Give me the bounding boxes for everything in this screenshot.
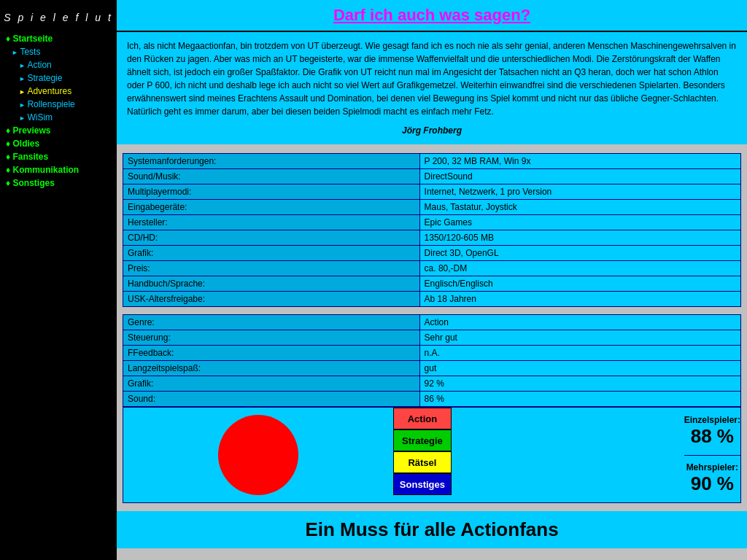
sidebar-item-kommunikation[interactable]: Kommunikation xyxy=(0,163,117,176)
spec-value: Direct 3D, OpenGL xyxy=(419,246,740,261)
sidebar-item-strategie[interactable]: Strategie xyxy=(0,71,117,85)
rating-table: Genre:ActionSteuerung:Sehr gutFFeedback:… xyxy=(123,314,741,407)
spec-label: Handbuch/Sprache: xyxy=(123,276,420,292)
table-row: Handbuch/Sprache:Englisch/Englisch xyxy=(123,276,741,292)
spec-value: ca. 80,-DM xyxy=(419,261,740,276)
spec-label: Hersteller: xyxy=(123,215,420,230)
mehrspieler-label: Mehrspieler: xyxy=(686,462,738,472)
scores-panel: Einzelspieler: 88 % Mehrspieler: 90 % xyxy=(684,408,740,502)
rating-value: Action xyxy=(419,315,740,330)
rating-value: 92 % xyxy=(419,376,740,392)
table-row: CD/HD:1350/120-605 MB xyxy=(123,230,741,246)
spec-label: Systemanforderungen: xyxy=(123,154,420,169)
sidebar-item-startseite[interactable]: Startseite xyxy=(0,32,117,45)
spec-label: Grafik: xyxy=(123,246,420,261)
einzelspieler-block: Einzelspieler: 88 % xyxy=(684,408,740,456)
sidebar-item-adventures[interactable]: Adventures xyxy=(0,85,117,98)
table-row: Eingabegeräte:Maus, Tastatur, Joystick xyxy=(123,200,741,215)
specs-table: Systemanforderungen:P 200, 32 MB RAM, Wi… xyxy=(123,153,741,307)
rating-label: Langzeitspielspaß: xyxy=(123,361,420,376)
sidebar-item-action[interactable]: Action xyxy=(0,58,117,71)
site-title: S p i e l e f l u t xyxy=(0,6,117,32)
bottom-section: Action Strategie Rätsel Sonstiges Einzel… xyxy=(123,407,741,503)
table-row: USK-Altersfreigabe:Ab 18 Jahren xyxy=(123,292,741,307)
specs-spacer xyxy=(123,307,741,314)
table-row: Langzeitspielspaß:gut xyxy=(123,361,741,376)
sidebar-item-oldies[interactable]: Oldies xyxy=(0,137,117,150)
table-row: Systemanforderungen:P 200, 32 MB RAM, Wi… xyxy=(123,154,741,169)
spec-label: CD/HD: xyxy=(123,230,420,246)
table-row: Grafik:92 % xyxy=(123,376,741,392)
spec-value: Maus, Tastatur, Joystick xyxy=(419,200,740,215)
table-row: FFeedback:n.A. xyxy=(123,346,741,361)
sidebar-item-previews[interactable]: Previews xyxy=(0,124,117,137)
sidebar-item-wisim[interactable]: WiSim xyxy=(0,111,117,124)
sidebar-item-fansites[interactable]: Fansites xyxy=(0,150,117,163)
rating-label: Sound: xyxy=(123,392,420,407)
badge-sonstiges: Sonstiges xyxy=(393,473,452,495)
badge-row-raetsel: Rätsel xyxy=(393,451,684,473)
sidebar-item-rollenspiele[interactable]: Rollenspiele xyxy=(0,98,117,111)
table-row: Preis:ca. 80,-DM xyxy=(123,261,741,276)
rating-label: Steuerung: xyxy=(123,330,420,346)
spec-label: Sound/Musik: xyxy=(123,169,420,184)
badge-row-sonstiges: Sonstiges xyxy=(393,473,684,495)
table-row: Sound/Musik:DirectSound xyxy=(123,169,741,184)
table-row: Genre:Action xyxy=(123,315,741,330)
circle-area xyxy=(123,408,393,502)
spec-value: Ab 18 Jahren xyxy=(419,292,740,307)
rating-label: Grafik: xyxy=(123,376,420,392)
badge-row-action: Action xyxy=(393,408,684,429)
spec-label: USK-Altersfreigabe: xyxy=(123,292,420,307)
rating-value: 86 % xyxy=(419,392,740,407)
review-title: Darf ich auch was sagen? xyxy=(123,6,741,25)
badge-action: Action xyxy=(393,408,452,429)
spec-value: Epic Games xyxy=(419,215,740,230)
table-row: Multiplayermodi:Internet, Netzwerk, 1 pr… xyxy=(123,184,741,200)
badge-row-strategie: Strategie xyxy=(393,429,684,451)
table-row: Steuerung:Sehr gut xyxy=(123,330,741,346)
review-body: Ich, als nicht Megaactionfan, bin trotzd… xyxy=(127,39,737,118)
spec-label: Preis: xyxy=(123,261,420,276)
rating-label: Genre: xyxy=(123,315,420,330)
footer-headline: Ein Muss für alle Actionfans xyxy=(117,509,747,548)
table-row: Hersteller:Epic Games xyxy=(123,215,741,230)
score-circle xyxy=(218,415,298,495)
badges-area: Action Strategie Rätsel Sonstiges xyxy=(393,408,684,502)
spec-value: P 200, 32 MB RAM, Win 9x xyxy=(419,154,740,169)
badge-raetsel: Rätsel xyxy=(393,451,452,473)
review-author: Jörg Frohberg xyxy=(127,124,737,137)
rating-value: Sehr gut xyxy=(419,330,740,346)
spec-value: Internet, Netzwerk, 1 pro Version xyxy=(419,184,740,200)
sidebar: S p i e l e f l u t Startseite Tests Act… xyxy=(0,0,117,560)
einzelspieler-value: 88 % xyxy=(691,425,734,448)
table-row: Grafik:Direct 3D, OpenGL xyxy=(123,246,741,261)
rating-value: n.A. xyxy=(419,346,740,361)
spec-label: Multiplayermodi: xyxy=(123,184,420,200)
sidebar-item-sonstiges[interactable]: Sonstiges xyxy=(0,176,117,190)
spec-value: DirectSound xyxy=(419,169,740,184)
spec-value: Englisch/Englisch xyxy=(419,276,740,292)
mehrspieler-block: Mehrspieler: 90 % xyxy=(684,456,740,503)
review-text-block: Ich, als nicht Megaactionfan, bin trotzd… xyxy=(117,32,747,147)
mehrspieler-value: 90 % xyxy=(691,472,734,495)
review-header: Darf ich auch was sagen? xyxy=(117,0,747,32)
sidebar-item-tests[interactable]: Tests xyxy=(0,45,117,58)
table-row: Sound:86 % xyxy=(123,392,741,407)
spec-value: 1350/120-605 MB xyxy=(419,230,740,246)
badge-strategie: Strategie xyxy=(393,429,452,451)
einzelspieler-label: Einzelspieler: xyxy=(684,415,740,425)
spec-label: Eingabegeräte: xyxy=(123,200,420,215)
specs-section: Systemanforderungen:P 200, 32 MB RAM, Wi… xyxy=(117,147,747,509)
rating-value: gut xyxy=(419,361,740,376)
rating-label: FFeedback: xyxy=(123,346,420,361)
main-content: Darf ich auch was sagen? Ich, als nicht … xyxy=(117,0,747,560)
